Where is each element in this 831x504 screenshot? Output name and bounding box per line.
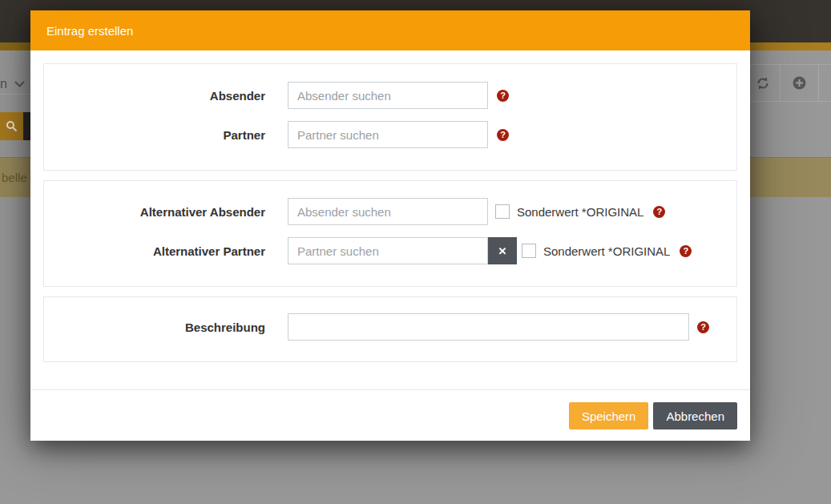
filter-dropdown[interactable]: n xyxy=(0,74,25,94)
toolbar-cell-partial xyxy=(818,65,831,101)
alt-absender-search-input[interactable] xyxy=(288,198,488,225)
screen: n belle w xyxy=(0,0,831,504)
search-button[interactable] xyxy=(0,112,23,140)
alt-partner-input-group: ✕ xyxy=(288,237,517,264)
alt-partner-search-input[interactable] xyxy=(288,237,488,264)
beschreibung-row: Beschreibung ? xyxy=(44,313,736,341)
create-entry-dialog: Eintrag erstellen Absender ? Partner ? A… xyxy=(30,10,750,441)
alt-absender-label: Alternativer Absender xyxy=(44,205,265,219)
absender-search-input[interactable] xyxy=(288,82,488,109)
alt-partner-sonderwert-group: Sonderwert *ORIGINAL ? xyxy=(522,244,692,258)
absender-label: Absender xyxy=(44,89,265,103)
partner-help-icon[interactable]: ? xyxy=(497,129,509,141)
filter-dropdown-label: n xyxy=(0,77,7,91)
plus-circle-icon xyxy=(793,76,806,90)
absender-row: Absender ? xyxy=(44,82,736,109)
beschreibung-input[interactable] xyxy=(288,313,689,341)
partner-search-input[interactable] xyxy=(288,121,488,148)
clear-icon: ✕ xyxy=(498,245,507,257)
search-icon xyxy=(6,120,18,132)
alt-absender-row: Alternativer Absender Sonderwert *ORIGIN… xyxy=(44,198,736,225)
alt-absender-help-icon[interactable]: ? xyxy=(653,206,665,218)
alt-partner-sonderwert-checkbox[interactable] xyxy=(522,244,536,258)
save-button[interactable]: Speichern xyxy=(569,402,649,429)
refresh-button[interactable] xyxy=(745,65,780,101)
footer-divider xyxy=(30,389,750,390)
add-button[interactable] xyxy=(780,65,818,101)
dialog-title: Eintrag erstellen xyxy=(46,24,133,38)
partner-label: Partner xyxy=(44,128,265,142)
alt-absender-sonderwert-checkbox[interactable] xyxy=(495,204,510,219)
refresh-icon xyxy=(756,76,770,91)
sender-partner-section: Absender ? Partner ? xyxy=(43,63,737,171)
alt-partner-help-icon[interactable]: ? xyxy=(680,245,692,257)
alt-partner-row: Alternativer Partner ✕ Sonderwert *ORIGI… xyxy=(44,237,736,264)
chevron-down-icon xyxy=(14,81,25,87)
alt-partner-label: Alternativer Partner xyxy=(44,244,265,258)
alt-absender-sonderwert-label: Sonderwert *ORIGINAL xyxy=(517,205,643,219)
alternative-section: Alternativer Absender Sonderwert *ORIGIN… xyxy=(43,180,737,287)
partner-row: Partner ? xyxy=(44,121,736,148)
beschreibung-label: Beschreibung xyxy=(44,321,265,334)
description-section: Beschreibung ? xyxy=(43,296,737,362)
cancel-button[interactable]: Abbrechen xyxy=(653,402,737,429)
absender-help-icon[interactable]: ? xyxy=(497,90,509,102)
dialog-header: Eintrag erstellen xyxy=(30,10,750,50)
dialog-footer: Speichern Abbrechen xyxy=(569,402,737,429)
alt-partner-sonderwert-label: Sonderwert *ORIGINAL xyxy=(543,244,670,258)
beschreibung-help-icon[interactable]: ? xyxy=(697,321,709,333)
toolbar-actions xyxy=(745,64,831,102)
alt-absender-sonderwert-group: Sonderwert *ORIGINAL ? xyxy=(495,204,665,219)
toolbar-divider xyxy=(0,94,30,95)
alt-partner-clear-button[interactable]: ✕ xyxy=(488,237,517,264)
